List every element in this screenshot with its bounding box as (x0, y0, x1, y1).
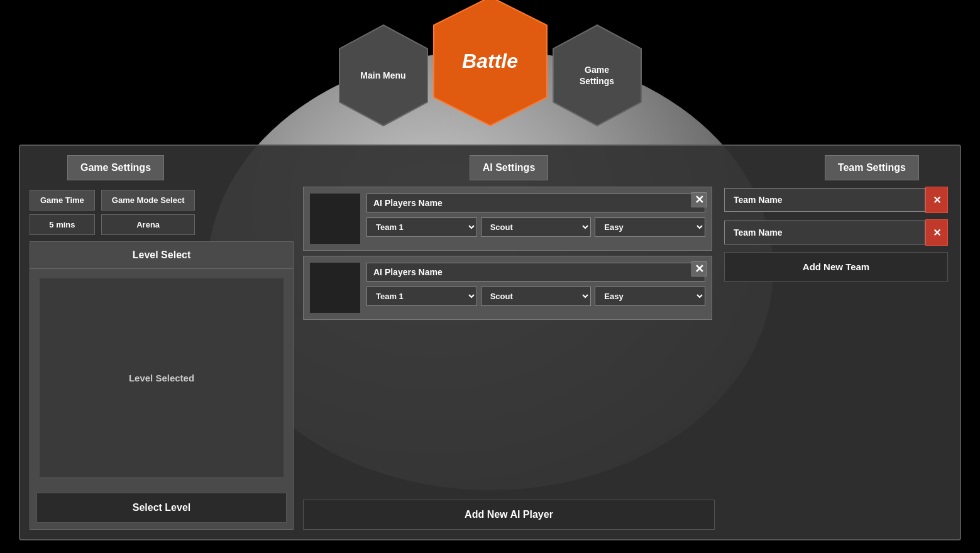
ai-team-select[interactable]: Team 1 (366, 287, 477, 306)
game-mode-value[interactable]: Arena (101, 214, 195, 235)
left-panel: Game Settings Game Time 5 mins Game Mode… (30, 155, 294, 530)
game-time-label: Game Time (30, 190, 95, 211)
game-settings-nav-button[interactable]: Game Settings (550, 22, 644, 129)
level-select-header: Level Select (30, 242, 293, 269)
game-time-value[interactable]: 5 mins (30, 214, 95, 235)
team-name-input[interactable] (724, 188, 925, 212)
ai-player-selects: Team 1 Scout Easy (366, 287, 705, 306)
main-menu-button[interactable]: Main Menu (336, 22, 431, 129)
ai-settings-header: AI Settings (470, 155, 549, 180)
main-content-area: Game Settings Game Time 5 mins Game Mode… (19, 145, 961, 540)
ai-card-close-button[interactable]: ✕ (691, 192, 707, 207)
team-name-row: ✕ (724, 187, 948, 213)
level-preview-area: Level Selected (40, 278, 284, 477)
ai-class-select[interactable]: Scout (481, 287, 592, 306)
top-navigation: Main Menu Battle Game Settings (336, 6, 644, 129)
game-mode-label: Game Mode Select (101, 190, 195, 211)
ai-class-select[interactable]: Scout (481, 217, 592, 237)
team-close-button[interactable]: ✕ (925, 187, 948, 213)
ai-players-scroll-area[interactable]: Team 1 Scout Easy ✕ (303, 187, 715, 493)
ai-player-selects: Team 1 Scout Easy (366, 217, 705, 237)
ai-card-close-button[interactable]: ✕ (691, 261, 707, 276)
select-level-button[interactable]: Select Level (36, 493, 287, 523)
ai-difficulty-select[interactable]: Easy (595, 287, 705, 306)
level-select-panel: Level Select Level Selected Select Level (30, 241, 294, 530)
ai-player-info: Team 1 Scout Easy (366, 263, 705, 306)
team-scroll-area[interactable]: ✕ ✕ Add New Team (724, 187, 950, 530)
right-panel: Team Settings ✕ ✕ Add New Team (724, 155, 950, 530)
add-ai-player-button[interactable]: Add New AI Player (303, 500, 715, 530)
ai-player-name-input[interactable] (366, 194, 705, 212)
ai-player-name-input[interactable] (366, 263, 705, 282)
game-mode-group: Game Mode Select Arena (101, 190, 195, 235)
level-selected-text: Level Selected (129, 373, 194, 383)
ai-player-avatar (310, 263, 360, 313)
battle-button[interactable]: Battle (431, 0, 550, 129)
ai-difficulty-select[interactable]: Easy (595, 217, 705, 237)
ai-player-info: Team 1 Scout Easy (366, 194, 705, 237)
ai-player-card: Team 1 Scout Easy ✕ (303, 187, 712, 251)
team-settings-header: Team Settings (825, 155, 919, 180)
game-settings-header: Game Settings (67, 155, 164, 180)
team-close-button[interactable]: ✕ (925, 219, 948, 246)
game-time-group: Game Time 5 mins (30, 190, 95, 235)
add-new-team-button[interactable]: Add New Team (724, 252, 948, 282)
ai-player-card: Team 1 Scout Easy ✕ (303, 256, 712, 320)
team-name-input[interactable] (724, 221, 925, 244)
ai-player-avatar (310, 194, 360, 244)
team-name-row: ✕ (724, 219, 948, 246)
middle-panel: AI Settings Team 1 Scout Easy (303, 155, 715, 530)
game-time-mode-row: Game Time 5 mins Game Mode Select Arena (30, 190, 294, 235)
ai-team-select[interactable]: Team 1 (366, 217, 477, 237)
